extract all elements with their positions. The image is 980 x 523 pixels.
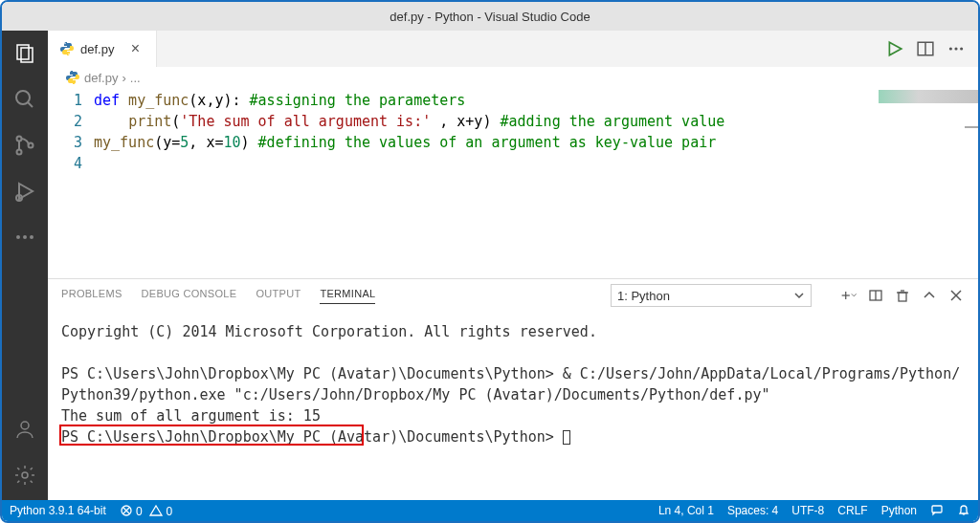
close-panel-icon[interactable]: [947, 287, 965, 304]
panel-tabs: Problems Debug Console Output Terminal 1…: [48, 279, 978, 312]
split-terminal-icon[interactable]: [867, 287, 884, 304]
svg-line-3: [28, 102, 33, 107]
terminal-select-value: 1: Python: [617, 289, 670, 303]
kill-terminal-icon[interactable]: [894, 287, 911, 304]
status-bar: Python 3.9.1 64-bit 0 0 Ln 4, Col 1 Spac…: [2, 500, 978, 521]
main-area: def.py × def.py › ...: [2, 31, 978, 500]
status-python-version[interactable]: Python 3.9.1 64-bit: [10, 504, 106, 517]
svg-marker-16: [889, 42, 901, 55]
svg-point-2: [16, 91, 30, 104]
svg-rect-35: [932, 506, 942, 512]
editor-actions: [886, 40, 978, 57]
tab-label: def.py: [80, 42, 114, 56]
minimap[interactable]: [879, 90, 978, 103]
new-terminal-icon[interactable]: [840, 287, 858, 304]
svg-rect-26: [899, 293, 906, 301]
svg-point-20: [954, 47, 957, 50]
status-bell-icon[interactable]: [957, 503, 970, 519]
source-control-icon[interactable]: [11, 132, 38, 159]
svg-point-4: [17, 137, 22, 142]
python-file-icon: [65, 70, 80, 85]
svg-point-21: [960, 47, 963, 50]
editor-area: def.py × def.py › ...: [48, 31, 978, 500]
tab-debug-console[interactable]: Debug Console: [142, 288, 237, 303]
more-icon[interactable]: [11, 224, 38, 251]
explorer-icon[interactable]: [11, 40, 38, 67]
output-highlight: [59, 425, 364, 446]
terminal-cursor: [563, 430, 570, 445]
status-cursor-position[interactable]: Ln 4, Col 1: [658, 504, 714, 517]
svg-point-12: [21, 422, 29, 429]
svg-point-19: [949, 47, 952, 50]
terminal-select[interactable]: 1: Python: [611, 284, 812, 307]
more-actions-icon[interactable]: [947, 40, 965, 57]
activity-bar: [2, 31, 48, 500]
tab-close-icon[interactable]: ×: [125, 39, 145, 58]
chevron-down-icon: [793, 290, 805, 301]
bottom-panel: Problems Debug Console Output Terminal 1…: [48, 278, 978, 500]
status-feedback-icon[interactable]: [930, 503, 944, 519]
svg-point-13: [22, 472, 28, 478]
scroll-marker: [965, 126, 978, 128]
line-gutter: 1 2 3 4: [48, 88, 94, 278]
breadcrumb-file: def.py: [84, 71, 118, 85]
svg-point-14: [64, 43, 65, 44]
line-number: 2: [48, 111, 82, 132]
code-content[interactable]: def my_func(x,y): #assigning the paramet…: [94, 88, 978, 278]
tab-bar: def.py ×: [48, 31, 978, 67]
python-file-icon: [59, 41, 75, 56]
svg-marker-34: [150, 506, 162, 515]
line-number: 1: [48, 90, 82, 111]
tab-output[interactable]: Output: [256, 288, 301, 303]
breadcrumb-sep: ›: [122, 71, 125, 85]
status-encoding[interactable]: UTF-8: [791, 504, 824, 517]
tab-problems[interactable]: Problems: [61, 288, 122, 303]
maximize-panel-icon[interactable]: [921, 287, 938, 304]
search-icon[interactable]: [11, 86, 38, 113]
run-file-icon[interactable]: [886, 40, 903, 57]
tab-terminal[interactable]: Terminal: [320, 288, 375, 304]
svg-point-15: [68, 54, 69, 54]
code-editor[interactable]: 1 2 3 4 def my_func(x,y): #assigning the…: [48, 88, 978, 278]
breadcrumb-more: ...: [130, 71, 141, 85]
terminal-output[interactable]: Copyright (C) 2014 Microsoft Corporation…: [48, 312, 978, 500]
svg-point-9: [16, 235, 20, 239]
window-title: def.py - Python - Visual Studio Code: [2, 2, 978, 31]
line-number: 4: [48, 153, 82, 174]
run-debug-icon[interactable]: [11, 178, 38, 205]
status-eol[interactable]: CRLF: [837, 504, 867, 517]
line-number: 3: [48, 132, 82, 153]
status-language[interactable]: Python: [881, 504, 917, 517]
panel-actions: [840, 287, 965, 304]
account-icon[interactable]: [11, 416, 38, 443]
breadcrumb[interactable]: def.py › ...: [48, 67, 978, 88]
status-indent[interactable]: Spaces: 4: [727, 504, 778, 517]
split-editor-icon[interactable]: [917, 40, 934, 57]
file-tab[interactable]: def.py ×: [48, 31, 157, 67]
status-problems[interactable]: 0 0: [120, 504, 172, 518]
svg-point-11: [30, 235, 33, 239]
svg-point-5: [17, 150, 22, 155]
svg-point-10: [23, 235, 27, 239]
settings-gear-icon[interactable]: [11, 462, 38, 489]
